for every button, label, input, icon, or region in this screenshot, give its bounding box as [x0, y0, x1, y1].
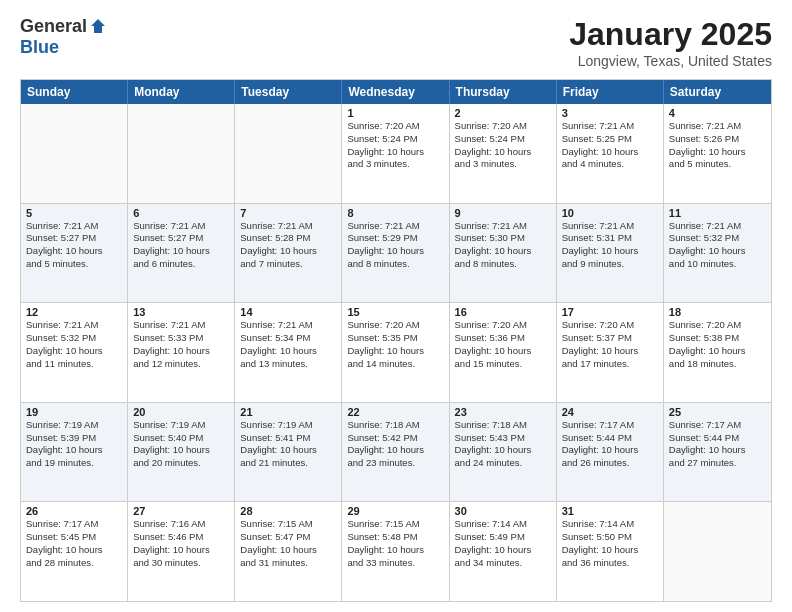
- cal-cell: 14Sunrise: 7:21 AM Sunset: 5:34 PM Dayli…: [235, 303, 342, 402]
- day-info: Sunrise: 7:21 AM Sunset: 5:33 PM Dayligh…: [133, 319, 229, 370]
- day-number: 27: [133, 505, 229, 517]
- page: General Blue January 2025 Longview, Texa…: [0, 0, 792, 612]
- day-number: 30: [455, 505, 551, 517]
- day-info: Sunrise: 7:20 AM Sunset: 5:24 PM Dayligh…: [455, 120, 551, 171]
- cal-cell: [664, 502, 771, 601]
- cal-cell: 9Sunrise: 7:21 AM Sunset: 5:30 PM Daylig…: [450, 204, 557, 303]
- day-number: 29: [347, 505, 443, 517]
- day-info: Sunrise: 7:17 AM Sunset: 5:44 PM Dayligh…: [669, 419, 766, 470]
- logo: General Blue: [20, 16, 107, 58]
- day-number: 9: [455, 207, 551, 219]
- day-info: Sunrise: 7:16 AM Sunset: 5:46 PM Dayligh…: [133, 518, 229, 569]
- day-number: 31: [562, 505, 658, 517]
- cal-cell: 4Sunrise: 7:21 AM Sunset: 5:26 PM Daylig…: [664, 104, 771, 203]
- cal-cell: 13Sunrise: 7:21 AM Sunset: 5:33 PM Dayli…: [128, 303, 235, 402]
- cal-cell: 27Sunrise: 7:16 AM Sunset: 5:46 PM Dayli…: [128, 502, 235, 601]
- day-number: 8: [347, 207, 443, 219]
- day-info: Sunrise: 7:21 AM Sunset: 5:32 PM Dayligh…: [26, 319, 122, 370]
- day-number: 15: [347, 306, 443, 318]
- day-number: 23: [455, 406, 551, 418]
- cal-cell: 22Sunrise: 7:18 AM Sunset: 5:42 PM Dayli…: [342, 403, 449, 502]
- cal-cell: 2Sunrise: 7:20 AM Sunset: 5:24 PM Daylig…: [450, 104, 557, 203]
- day-number: 19: [26, 406, 122, 418]
- cal-header-saturday: Saturday: [664, 80, 771, 104]
- day-info: Sunrise: 7:21 AM Sunset: 5:26 PM Dayligh…: [669, 120, 766, 171]
- cal-week-2: 5Sunrise: 7:21 AM Sunset: 5:27 PM Daylig…: [21, 204, 771, 304]
- cal-cell: 5Sunrise: 7:21 AM Sunset: 5:27 PM Daylig…: [21, 204, 128, 303]
- cal-cell: 3Sunrise: 7:21 AM Sunset: 5:25 PM Daylig…: [557, 104, 664, 203]
- day-number: 16: [455, 306, 551, 318]
- day-number: 20: [133, 406, 229, 418]
- cal-week-1: 1Sunrise: 7:20 AM Sunset: 5:24 PM Daylig…: [21, 104, 771, 204]
- day-info: Sunrise: 7:20 AM Sunset: 5:37 PM Dayligh…: [562, 319, 658, 370]
- cal-cell: 20Sunrise: 7:19 AM Sunset: 5:40 PM Dayli…: [128, 403, 235, 502]
- day-number: 5: [26, 207, 122, 219]
- cal-cell: [235, 104, 342, 203]
- cal-cell: 8Sunrise: 7:21 AM Sunset: 5:29 PM Daylig…: [342, 204, 449, 303]
- cal-week-5: 26Sunrise: 7:17 AM Sunset: 5:45 PM Dayli…: [21, 502, 771, 601]
- day-number: 11: [669, 207, 766, 219]
- day-number: 21: [240, 406, 336, 418]
- day-number: 12: [26, 306, 122, 318]
- day-info: Sunrise: 7:21 AM Sunset: 5:34 PM Dayligh…: [240, 319, 336, 370]
- cal-header-sunday: Sunday: [21, 80, 128, 104]
- day-info: Sunrise: 7:21 AM Sunset: 5:28 PM Dayligh…: [240, 220, 336, 271]
- cal-week-3: 12Sunrise: 7:21 AM Sunset: 5:32 PM Dayli…: [21, 303, 771, 403]
- cal-cell: 18Sunrise: 7:20 AM Sunset: 5:38 PM Dayli…: [664, 303, 771, 402]
- cal-header-wednesday: Wednesday: [342, 80, 449, 104]
- cal-cell: [21, 104, 128, 203]
- day-info: Sunrise: 7:21 AM Sunset: 5:30 PM Dayligh…: [455, 220, 551, 271]
- cal-cell: 6Sunrise: 7:21 AM Sunset: 5:27 PM Daylig…: [128, 204, 235, 303]
- day-number: 3: [562, 107, 658, 119]
- cal-cell: 1Sunrise: 7:20 AM Sunset: 5:24 PM Daylig…: [342, 104, 449, 203]
- logo-icon: [89, 17, 107, 35]
- cal-cell: 10Sunrise: 7:21 AM Sunset: 5:31 PM Dayli…: [557, 204, 664, 303]
- month-title: January 2025: [569, 16, 772, 53]
- cal-header-friday: Friday: [557, 80, 664, 104]
- day-info: Sunrise: 7:14 AM Sunset: 5:50 PM Dayligh…: [562, 518, 658, 569]
- day-info: Sunrise: 7:20 AM Sunset: 5:35 PM Dayligh…: [347, 319, 443, 370]
- cal-cell: 23Sunrise: 7:18 AM Sunset: 5:43 PM Dayli…: [450, 403, 557, 502]
- cal-header-monday: Monday: [128, 80, 235, 104]
- cal-cell: 21Sunrise: 7:19 AM Sunset: 5:41 PM Dayli…: [235, 403, 342, 502]
- day-info: Sunrise: 7:21 AM Sunset: 5:31 PM Dayligh…: [562, 220, 658, 271]
- day-info: Sunrise: 7:21 AM Sunset: 5:32 PM Dayligh…: [669, 220, 766, 271]
- day-number: 26: [26, 505, 122, 517]
- day-info: Sunrise: 7:19 AM Sunset: 5:40 PM Dayligh…: [133, 419, 229, 470]
- cal-cell: 29Sunrise: 7:15 AM Sunset: 5:48 PM Dayli…: [342, 502, 449, 601]
- day-info: Sunrise: 7:14 AM Sunset: 5:49 PM Dayligh…: [455, 518, 551, 569]
- cal-cell: 12Sunrise: 7:21 AM Sunset: 5:32 PM Dayli…: [21, 303, 128, 402]
- day-info: Sunrise: 7:19 AM Sunset: 5:39 PM Dayligh…: [26, 419, 122, 470]
- title-block: January 2025 Longview, Texas, United Sta…: [569, 16, 772, 69]
- logo-blue: Blue: [20, 37, 59, 58]
- day-number: 25: [669, 406, 766, 418]
- day-number: 6: [133, 207, 229, 219]
- day-number: 22: [347, 406, 443, 418]
- day-number: 4: [669, 107, 766, 119]
- cal-header-tuesday: Tuesday: [235, 80, 342, 104]
- day-number: 17: [562, 306, 658, 318]
- calendar-header: SundayMondayTuesdayWednesdayThursdayFrid…: [21, 80, 771, 104]
- day-info: Sunrise: 7:15 AM Sunset: 5:47 PM Dayligh…: [240, 518, 336, 569]
- day-number: 10: [562, 207, 658, 219]
- cal-week-4: 19Sunrise: 7:19 AM Sunset: 5:39 PM Dayli…: [21, 403, 771, 503]
- day-info: Sunrise: 7:15 AM Sunset: 5:48 PM Dayligh…: [347, 518, 443, 569]
- cal-cell: 30Sunrise: 7:14 AM Sunset: 5:49 PM Dayli…: [450, 502, 557, 601]
- day-info: Sunrise: 7:21 AM Sunset: 5:27 PM Dayligh…: [26, 220, 122, 271]
- day-number: 1: [347, 107, 443, 119]
- day-number: 13: [133, 306, 229, 318]
- day-info: Sunrise: 7:17 AM Sunset: 5:45 PM Dayligh…: [26, 518, 122, 569]
- day-info: Sunrise: 7:20 AM Sunset: 5:36 PM Dayligh…: [455, 319, 551, 370]
- day-info: Sunrise: 7:17 AM Sunset: 5:44 PM Dayligh…: [562, 419, 658, 470]
- cal-cell: 16Sunrise: 7:20 AM Sunset: 5:36 PM Dayli…: [450, 303, 557, 402]
- cal-cell: 31Sunrise: 7:14 AM Sunset: 5:50 PM Dayli…: [557, 502, 664, 601]
- day-info: Sunrise: 7:21 AM Sunset: 5:25 PM Dayligh…: [562, 120, 658, 171]
- day-number: 24: [562, 406, 658, 418]
- day-info: Sunrise: 7:20 AM Sunset: 5:24 PM Dayligh…: [347, 120, 443, 171]
- day-number: 2: [455, 107, 551, 119]
- cal-cell: [128, 104, 235, 203]
- cal-cell: 17Sunrise: 7:20 AM Sunset: 5:37 PM Dayli…: [557, 303, 664, 402]
- cal-cell: 15Sunrise: 7:20 AM Sunset: 5:35 PM Dayli…: [342, 303, 449, 402]
- cal-cell: 7Sunrise: 7:21 AM Sunset: 5:28 PM Daylig…: [235, 204, 342, 303]
- day-number: 18: [669, 306, 766, 318]
